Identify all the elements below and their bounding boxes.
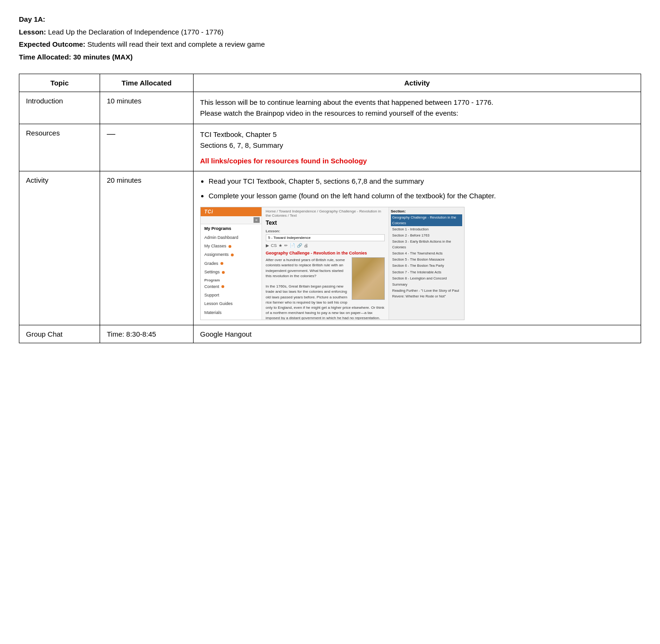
tci-section-1[interactable]: Section 1 - Introduction [391, 226, 462, 232]
tci-lesson-col: Lesson: 5 - Toward Independence [266, 229, 385, 241]
activity-activity: Read your TCI Textbook, Chapter 5, secti… [193, 171, 641, 325]
intro-text-1: This lesson will be to continue learning… [200, 98, 493, 106]
resources-line1: TCI Textbook, Chapter 5 [200, 129, 634, 140]
tci-selects-row: Lesson: 5 - Toward Independence [266, 229, 385, 241]
tci-section-6[interactable]: Section 6 - The Boston Tea Party [391, 263, 462, 269]
tci-section-4[interactable]: Section 4 - The Townshend Acts [391, 250, 462, 256]
col-header-activity: Activity [193, 74, 641, 92]
topic-resources: Resources [19, 124, 100, 171]
resources-line2: Sections 6, 7, 8, Summary [200, 140, 634, 151]
topic-activity: Activity [19, 171, 100, 325]
day-label: Day 1A: [19, 14, 641, 25]
lesson-table: Topic Time Allocated Activity Introducti… [19, 74, 641, 343]
bullet-2: Complete your lesson game (found on the … [209, 191, 634, 202]
time-resources: — [100, 124, 194, 171]
table-row-resources: Resources — TCI Textbook, Chapter 5 Sect… [19, 124, 641, 171]
time-activity: 20 minutes [100, 171, 194, 325]
tci-geo-challenge-title: Geography Challenge - Revolution in the … [266, 251, 385, 255]
tci-nav-toggle[interactable]: « [201, 216, 262, 224]
tci-nav-support[interactable]: Support [201, 291, 262, 299]
tci-section-2[interactable]: Section 2 - Before 1763 [391, 232, 462, 238]
tci-section-geo[interactable]: Geography Challenge - Revolution in the … [391, 214, 462, 226]
time-introduction: 10 minutes [100, 92, 194, 124]
tci-star-btn[interactable]: ★ [279, 243, 282, 248]
header-section: Day 1A: Lesson: Lead Up the Declaration … [19, 14, 641, 62]
tci-section-summary[interactable]: Summary [391, 281, 462, 288]
tci-play-btn[interactable]: ▶ [266, 243, 269, 248]
tci-section-3[interactable]: Section 3 - Early British Actions in the… [391, 238, 462, 250]
tci-right-panel: Section: Geography Challenge - Revolutio… [389, 207, 464, 320]
tci-toolbar: ▶ CS ★ ✏ 📄 🔗 🖨 [266, 243, 385, 248]
tci-nav-lesson-guides[interactable]: Lesson Guides [201, 299, 262, 308]
tci-screenshot: TCi « My Programs Admin Dashboard My Cla… [200, 207, 465, 320]
tci-nav-my-programs[interactable]: My Programs [201, 224, 262, 233]
tci-section-8[interactable]: Section 8 - Lexington and Concord [391, 275, 462, 281]
tci-map-visual [352, 258, 384, 299]
time-group-chat: Time: 8:30-8:45 [100, 325, 194, 343]
tci-nav-my-classes[interactable]: My Classes [201, 242, 262, 250]
topic-introduction: Introduction [19, 92, 100, 124]
activity-group-chat: Google Hangout [193, 325, 641, 343]
tci-edit-btn[interactable]: ✏ [284, 243, 288, 248]
tci-nav-content[interactable]: Content [201, 282, 262, 291]
tci-section-7[interactable]: Section 7 - The Intolerable Acts [391, 269, 462, 275]
tci-nav-program-section: Program [201, 277, 262, 282]
tci-main-content: Home / Toward Independence / Geography C… [262, 207, 389, 320]
tci-lesson-label: Lesson: [266, 229, 385, 233]
bullet-1: Read your TCI Textbook, Chapter 5, secti… [209, 176, 634, 187]
tci-section-5[interactable]: Section 5 - The Boston Massacre [391, 256, 462, 263]
tci-nav-settings[interactable]: Settings [201, 268, 262, 276]
tci-section-header: Section: [391, 209, 462, 213]
intro-text-2: Please watch the Brainpop video in the r… [200, 109, 458, 117]
tci-cs-btn[interactable]: CS [271, 243, 277, 248]
table-row-introduction: Introduction 10 minutes This lesson will… [19, 92, 641, 124]
tci-lesson-select[interactable]: 5 - Toward Independence [266, 234, 385, 241]
lesson-line: Lesson: Lead Up the Declaration of Indep… [19, 27, 641, 38]
activity-resources: TCI Textbook, Chapter 5 Sections 6, 7, 8… [193, 124, 641, 171]
tci-print-btn[interactable]: 🖨 [304, 243, 308, 248]
tci-nav-text[interactable]: Text [201, 317, 262, 320]
tci-brand: TCi [201, 207, 262, 216]
tci-breadcrumb: Home / Toward Independence / Geography C… [266, 209, 385, 218]
tci-link-btn[interactable]: 🔗 [297, 243, 302, 248]
time-line: Time Allocated: 30 minutes (MAX) [19, 52, 641, 63]
table-row-activity: Activity 20 minutes Read your TCI Textbo… [19, 171, 641, 325]
tci-nav-materials[interactable]: Materials [201, 308, 262, 317]
resources-schoology: All links/copies for resources found in … [200, 155, 634, 166]
tci-map [352, 257, 385, 300]
col-header-time: Time Allocated [100, 74, 194, 92]
tci-content-title: Text [266, 220, 385, 226]
tci-nav-admin[interactable]: Admin Dashboard [201, 233, 262, 242]
table-row-group-chat: Group Chat Time: 8:30-8:45 Google Hangou… [19, 325, 641, 343]
activity-introduction: This lesson will be to continue learning… [193, 92, 641, 124]
tci-nav-grades[interactable]: Grades [201, 259, 262, 268]
tci-section-reading[interactable]: Reading Further - "I Love the Story of P… [391, 288, 462, 299]
outcome-line: Expected Outcome: Students will read the… [19, 39, 641, 50]
col-header-topic: Topic [19, 74, 100, 92]
topic-group-chat: Group Chat [19, 325, 100, 343]
tci-sidebar: TCi « My Programs Admin Dashboard My Cla… [201, 207, 262, 320]
table-header-row: Topic Time Allocated Activity [19, 74, 641, 92]
activity-bullet-list: Read your TCI Textbook, Chapter 5, secti… [209, 176, 634, 201]
tci-nav-assignments[interactable]: Assignments [201, 250, 262, 259]
tci-doc-btn[interactable]: 📄 [290, 243, 295, 248]
